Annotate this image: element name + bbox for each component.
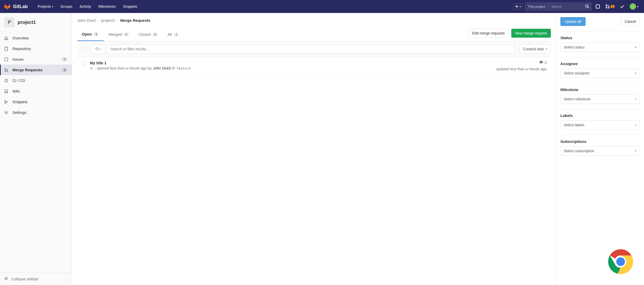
chevron-double-left-icon [4,276,8,281]
bulk-labels-dropdown[interactable]: Select labels ▾ [560,120,640,130]
mr-count-badge: 1 [611,5,615,8]
filter-input[interactable] [108,44,514,54]
sidebar-item-label: Issues [12,57,24,61]
caret-down-icon: ▾ [520,5,521,8]
mr-author[interactable]: John Doe3 [153,66,171,70]
nav-merge-requests[interactable]: 1 [604,3,616,10]
sidebar-item-repository[interactable]: Repository [0,43,72,54]
caret-down-icon: ▾ [635,150,636,152]
brand-text: GitLab [13,4,28,9]
breadcrumb-project[interactable]: project1 [101,18,115,23]
breadcrumbs: John Doe2 › project1 › Merge Requests [77,18,551,23]
caret-down-icon: ▾ [635,98,636,100]
tab-closed[interactable]: Closed 0 [134,28,163,41]
collapse-sidebar[interactable]: Collapse sidebar [0,273,72,285]
plus-icon [515,5,519,8]
plus-dropdown[interactable]: ▾ [513,4,523,9]
svg-point-11 [5,100,6,101]
tab-all[interactable]: All 1 [163,28,184,41]
svg-point-13 [173,67,173,68]
bulk-status-dropdown[interactable]: Select status ▾ [560,43,640,52]
brand[interactable]: GitLab [4,3,28,10]
avatar [630,3,636,10]
breadcrumb-user[interactable]: John Doe2 [77,18,96,23]
scissors-icon [4,100,9,104]
sidebar-item-settings[interactable]: Settings [0,107,72,118]
sidebar-item-overview[interactable]: Overview [0,33,72,43]
search-icon [585,4,589,8]
caret-down-icon: ▾ [635,46,636,48]
mr-title[interactable]: My title 1 [90,61,496,65]
filter-row: ▾ Created date ▾ [77,41,551,57]
bulk-assignee-dropdown[interactable]: Select assignee ▾ [560,68,640,78]
merge-request-icon [605,4,610,9]
history-icon [95,47,99,51]
search-input[interactable] [549,2,582,11]
row-checkbox[interactable] [81,61,85,65]
svg-point-15 [174,67,175,68]
gear-icon [4,110,9,115]
bulk-labels-label: Labels [560,113,640,118]
nav-snippets[interactable]: Snippets [119,0,141,13]
issues-icon [4,57,9,61]
sidebar-project-header[interactable]: P project1 [0,13,72,32]
sidebar: P project1 Overview Repository Issues 0 … [0,13,72,285]
new-merge-request-button[interactable]: New merge request [511,29,551,38]
sidebar-item-issues[interactable]: Issues 0 [0,54,72,65]
update-all-button[interactable]: Update all [560,17,586,26]
nav-groups[interactable]: Groups [57,0,76,13]
edit-merge-requests-button[interactable]: Edit merge requests [468,29,509,38]
tab-count: 1 [93,32,99,36]
home-icon [4,36,9,40]
mr-comments[interactable]: 0 [496,61,547,65]
todos-icon [620,4,625,9]
user-menu[interactable]: ▾ [628,2,640,11]
nav-milestones[interactable]: Milestones [95,0,119,13]
caret-down-icon: ▾ [635,72,636,74]
bulk-assignee-label: Assignee [560,61,640,66]
sidebar-item-wiki[interactable]: Wiki [0,86,72,96]
merge-request-row: My title 1 !1 · opened less than a minut… [77,57,551,75]
svg-rect-5 [5,58,8,61]
sidebar-badge: 1 [62,68,68,72]
svg-point-3 [606,7,607,8]
chevron-right-icon: › [98,19,99,22]
file-icon [4,47,9,51]
caret-down-icon: ▾ [637,5,638,8]
sidebar-item-label: Repository [12,46,31,51]
sidebar-item-cicd[interactable]: CI / CD [0,75,72,86]
sidebar-item-label: Settings [12,110,26,115]
nav-activity[interactable]: Activity [76,0,95,13]
svg-rect-1 [596,5,600,8]
chrome-icon [605,246,636,277]
svg-point-14 [173,69,173,69]
project-avatar: P [4,17,15,27]
nav-todos[interactable] [618,3,626,10]
sidebar-item-label: Merge Requests [12,68,43,72]
sidebar-item-snippets[interactable]: Snippets [0,96,72,107]
search-group: This project [525,2,592,11]
rocket-icon [4,79,9,83]
sidebar-item-merge-requests[interactable]: Merge Requests 1 [0,65,72,75]
top-navbar: GitLab Projects ▾ Groups Activity Milest… [0,0,644,13]
sidebar-badge: 0 [62,57,68,61]
nav-issues[interactable] [594,3,602,10]
select-all-checkbox[interactable] [81,47,85,51]
bulk-milestone-dropdown[interactable]: Select milestone ▾ [560,94,640,104]
tab-merged[interactable]: Merged 0 [104,28,134,41]
bulk-subscriptions-label: Subscriptions [560,139,640,144]
svg-point-12 [6,112,7,113]
tab-open[interactable]: Open 1 [77,28,104,41]
project-title: project1 [18,20,36,25]
svg-point-8 [7,71,8,72]
nav-projects[interactable]: Projects ▾ [34,0,57,13]
recent-searches-dropdown[interactable]: ▾ [91,44,105,54]
breadcrumb-current: Merge Requests [120,18,150,23]
search-scope[interactable]: This project [525,2,549,11]
chevron-right-icon: › [117,19,118,22]
tab-count: 0 [152,33,158,36]
search-button[interactable] [582,2,592,11]
sort-dropdown[interactable]: Created date ▾ [520,44,551,54]
bulk-subscriptions-dropdown[interactable]: Select subscription ▾ [560,146,640,156]
cancel-button[interactable]: Cancel [621,17,640,26]
